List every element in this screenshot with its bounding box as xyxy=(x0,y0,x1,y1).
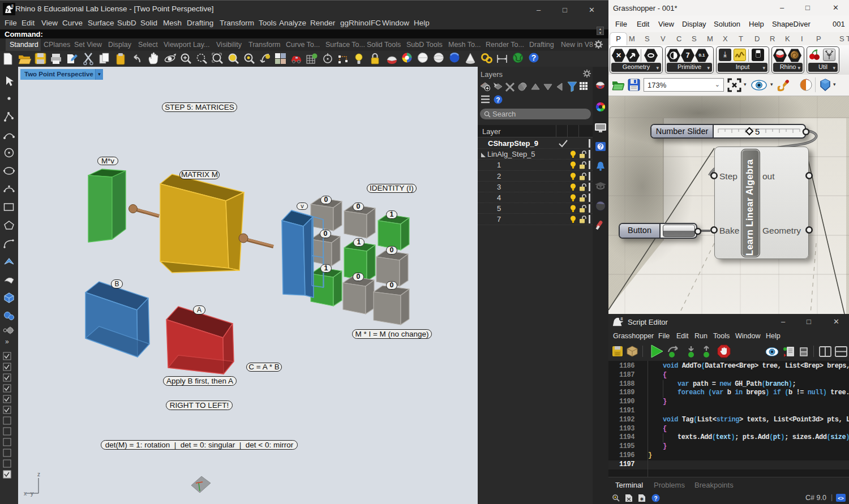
svg-text:?: ? xyxy=(531,53,537,62)
svg-text:x: x xyxy=(24,490,27,497)
svg-text:<>: <> xyxy=(838,496,844,501)
svg-text:»: » xyxy=(5,338,9,346)
svg-text:8: 8 xyxy=(620,316,623,321)
svg-text:y: y xyxy=(31,490,33,497)
svg-text:?: ? xyxy=(599,144,602,150)
svg-text:∗: ∗ xyxy=(640,496,644,502)
svg-text:?: ? xyxy=(654,496,657,502)
svg-text:?: ? xyxy=(496,96,500,104)
svg-text:8: 8 xyxy=(11,4,14,8)
svg-text:z: z xyxy=(37,471,40,477)
